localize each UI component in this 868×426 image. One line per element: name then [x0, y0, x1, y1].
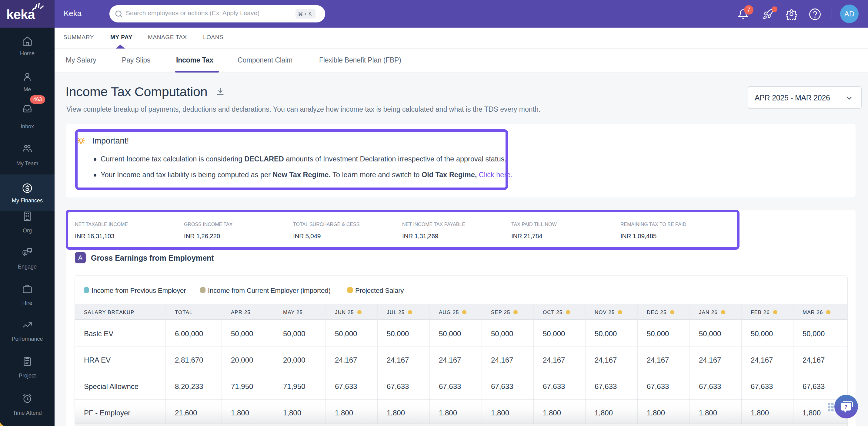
svg-text:?: ? [844, 404, 847, 410]
